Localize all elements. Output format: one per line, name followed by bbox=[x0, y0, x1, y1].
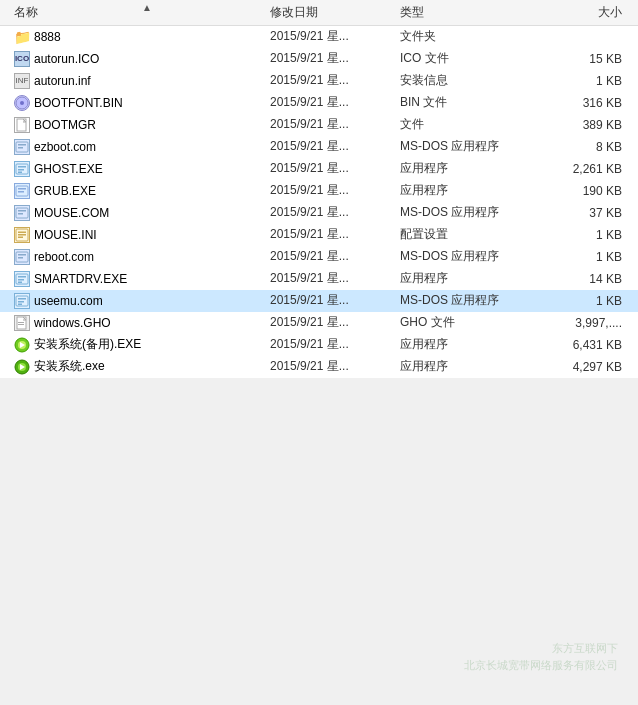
file-date-cell: 2015/9/21 星... bbox=[270, 270, 400, 287]
file-date-cell: 2015/9/21 星... bbox=[270, 94, 400, 111]
file-type-cell: MS-DOS 应用程序 bbox=[400, 248, 530, 265]
file-name-cell: 安装系统(备用).EXE bbox=[0, 336, 270, 353]
file-name-cell: MOUSE.COM bbox=[0, 205, 270, 221]
file-date-cell: 2015/9/21 星... bbox=[270, 28, 400, 45]
bin-icon bbox=[14, 95, 30, 111]
table-row[interactable]: GRUB.EXE 2015/9/21 星... 应用程序 190 KB bbox=[0, 180, 638, 202]
folder-icon: 📁 bbox=[14, 29, 30, 45]
file-date-cell: 2015/9/21 星... bbox=[270, 160, 400, 177]
filename-label: 安装系统(备用).EXE bbox=[34, 336, 141, 353]
table-row[interactable]: BOOTMGR 2015/9/21 星... 文件 389 KB bbox=[0, 114, 638, 136]
svg-rect-19 bbox=[18, 236, 23, 238]
file-type-cell: 安装信息 bbox=[400, 72, 530, 89]
table-row[interactable]: GHOST.EXE 2015/9/21 星... 应用程序 2,261 KB bbox=[0, 158, 638, 180]
ini-icon bbox=[14, 227, 30, 243]
svg-rect-33 bbox=[18, 324, 24, 325]
file-date-cell: 2015/9/21 星... bbox=[270, 358, 400, 375]
file-name-cell: GHOST.EXE bbox=[0, 161, 270, 177]
file-name-cell: INF autorun.inf bbox=[0, 73, 270, 89]
file-date-cell: 2015/9/21 星... bbox=[270, 248, 400, 265]
file-type-cell: 应用程序 bbox=[400, 182, 530, 199]
file-size-cell: 3,997,.... bbox=[530, 316, 630, 330]
svg-rect-9 bbox=[18, 171, 22, 173]
table-row[interactable]: reboot.com 2015/9/21 星... MS-DOS 应用程序 1 … bbox=[0, 246, 638, 268]
file-size-cell: 190 KB bbox=[530, 184, 630, 198]
file-name-cell: GRUB.EXE bbox=[0, 183, 270, 199]
file-name-cell: BOOTMGR bbox=[0, 117, 270, 133]
table-row[interactable]: 安装系统(备用).EXE 2015/9/21 星... 应用程序 6,431 K… bbox=[0, 334, 638, 356]
install-icon bbox=[14, 359, 30, 375]
svg-rect-11 bbox=[18, 188, 26, 190]
com-icon bbox=[14, 205, 30, 221]
filename-label: useemu.com bbox=[34, 294, 103, 308]
file-name-cell: reboot.com bbox=[0, 249, 270, 265]
svg-rect-26 bbox=[18, 281, 22, 283]
header-type[interactable]: 类型 bbox=[400, 4, 530, 21]
svg-rect-15 bbox=[18, 213, 23, 215]
install-bak-icon bbox=[14, 337, 30, 353]
file-type-cell: 配置设置 bbox=[400, 226, 530, 243]
file-list: ▲ 名称 修改日期 类型 大小 📁 8888 2015/9/21 星... 文件… bbox=[0, 0, 638, 378]
file-size-cell: 15 KB bbox=[530, 52, 630, 66]
file-size-cell: 1 KB bbox=[530, 250, 630, 264]
file-name-cell: SMARTDRV.EXE bbox=[0, 271, 270, 287]
file-type-cell: MS-DOS 应用程序 bbox=[400, 292, 530, 309]
file-size-cell: 316 KB bbox=[530, 96, 630, 110]
file-size-cell: 14 KB bbox=[530, 272, 630, 286]
svg-rect-22 bbox=[18, 257, 23, 259]
header-date[interactable]: 修改日期 bbox=[270, 4, 400, 21]
table-row[interactable]: SMARTDRV.EXE 2015/9/21 星... 应用程序 14 KB bbox=[0, 268, 638, 290]
file-type-cell: BIN 文件 bbox=[400, 94, 530, 111]
svg-rect-7 bbox=[18, 166, 26, 168]
filename-label: BOOTMGR bbox=[34, 118, 96, 132]
svg-point-1 bbox=[20, 101, 24, 105]
grub-icon bbox=[14, 183, 30, 199]
exe-icon bbox=[14, 161, 30, 177]
svg-rect-8 bbox=[18, 169, 24, 171]
filename-label: reboot.com bbox=[34, 250, 94, 264]
header-size[interactable]: 大小 bbox=[530, 4, 630, 21]
file-date-cell: 2015/9/21 星... bbox=[270, 116, 400, 133]
svg-rect-24 bbox=[18, 276, 26, 278]
gho-icon bbox=[14, 315, 30, 331]
file-date-cell: 2015/9/21 星... bbox=[270, 72, 400, 89]
svg-rect-29 bbox=[18, 301, 24, 303]
file-type-cell: 应用程序 bbox=[400, 160, 530, 177]
filename-label: autorun.inf bbox=[34, 74, 91, 88]
exe-icon bbox=[14, 271, 30, 287]
svg-rect-30 bbox=[18, 303, 22, 305]
svg-rect-4 bbox=[18, 144, 26, 146]
file-type-cell: 文件 bbox=[400, 116, 530, 133]
svg-rect-32 bbox=[18, 322, 24, 323]
filename-label: GRUB.EXE bbox=[34, 184, 96, 198]
file-icon bbox=[14, 117, 30, 133]
table-row[interactable]: BOOTFONT.BIN 2015/9/21 星... BIN 文件 316 K… bbox=[0, 92, 638, 114]
table-row[interactable]: 安装系统.exe 2015/9/21 星... 应用程序 4,297 KB bbox=[0, 356, 638, 378]
svg-rect-12 bbox=[18, 191, 24, 193]
table-row[interactable]: ICO autorun.ICO 2015/9/21 星... ICO 文件 15… bbox=[0, 48, 638, 70]
file-size-cell: 1 KB bbox=[530, 74, 630, 88]
file-size-cell: 6,431 KB bbox=[530, 338, 630, 352]
file-size-cell: 1 KB bbox=[530, 294, 630, 308]
header-name[interactable]: 名称 bbox=[0, 4, 270, 21]
file-date-cell: 2015/9/21 星... bbox=[270, 50, 400, 67]
table-row[interactable]: MOUSE.COM 2015/9/21 星... MS-DOS 应用程序 37 … bbox=[0, 202, 638, 224]
svg-rect-21 bbox=[18, 254, 26, 256]
file-size-cell: 4,297 KB bbox=[530, 360, 630, 374]
exe-icon bbox=[14, 293, 30, 309]
table-row[interactable]: MOUSE.INI 2015/9/21 星... 配置设置 1 KB bbox=[0, 224, 638, 246]
filename-label: MOUSE.COM bbox=[34, 206, 109, 220]
file-name-cell: ezboot.com bbox=[0, 139, 270, 155]
table-row[interactable]: ezboot.com 2015/9/21 星... MS-DOS 应用程序 8 … bbox=[0, 136, 638, 158]
file-type-cell: MS-DOS 应用程序 bbox=[400, 204, 530, 221]
svg-rect-25 bbox=[18, 279, 24, 281]
filename-label: windows.GHO bbox=[34, 316, 111, 330]
com-icon bbox=[14, 139, 30, 155]
table-row[interactable]: windows.GHO 2015/9/21 星... GHO 文件 3,997,… bbox=[0, 312, 638, 334]
file-date-cell: 2015/9/21 星... bbox=[270, 292, 400, 309]
table-row[interactable]: useemu.com 2015/9/21 星... MS-DOS 应用程序 1 … bbox=[0, 290, 638, 312]
file-type-cell: 应用程序 bbox=[400, 270, 530, 287]
table-row[interactable]: 📁 8888 2015/9/21 星... 文件夹 bbox=[0, 26, 638, 48]
table-row[interactable]: INF autorun.inf 2015/9/21 星... 安装信息 1 KB bbox=[0, 70, 638, 92]
svg-rect-14 bbox=[18, 210, 26, 212]
